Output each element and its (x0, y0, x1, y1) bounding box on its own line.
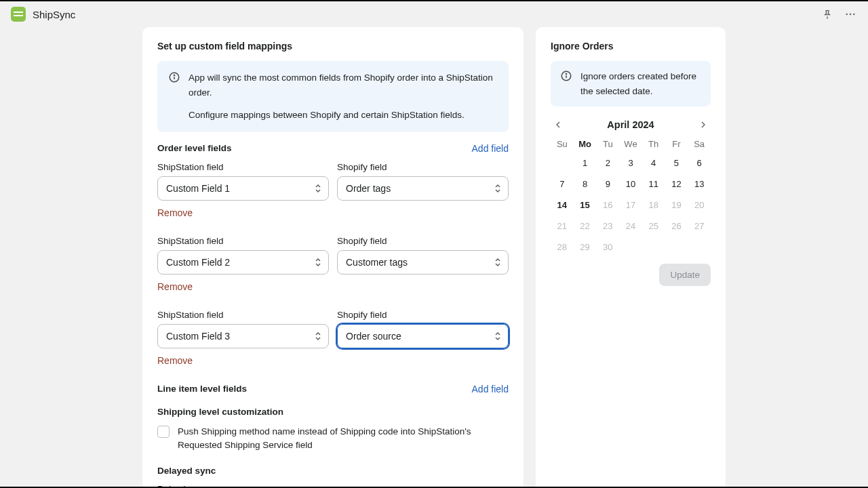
calendar-day[interactable]: 4 (642, 156, 665, 170)
select-value: Custom Field 1 (166, 183, 230, 194)
ignore-info-text: Ignore orders created before the selecte… (580, 69, 701, 98)
remove-button[interactable]: Remove (157, 207, 193, 218)
select-value: Customer tags (346, 257, 408, 268)
calendar-next-button[interactable] (696, 117, 711, 132)
shipstation-field-select[interactable]: Custom Field 1 (157, 176, 329, 201)
calendar-day[interactable]: 23 (596, 219, 619, 233)
calendar-day[interactable]: 27 (688, 219, 711, 233)
shipping-method-label: Push Shipping method name instead of Shi… (178, 425, 509, 453)
calendar-day[interactable]: 30 (596, 240, 619, 254)
pin-icon[interactable] (821, 7, 834, 21)
calendar-day[interactable]: 15 (574, 198, 597, 212)
select-value: Order tags (346, 183, 391, 194)
add-field-button[interactable]: Add field (472, 384, 509, 394)
shopify-field-label: Shopify field (337, 310, 509, 320)
order-level-title: Order level fields (157, 143, 232, 153)
calendar-day (619, 240, 642, 254)
app-name: ShipSync (33, 9, 75, 20)
calendar-day[interactable]: 24 (619, 219, 642, 233)
calendar-day[interactable]: 12 (665, 177, 688, 191)
svg-point-1 (850, 14, 851, 15)
info-text-1: App will sync the most common fields fro… (189, 70, 498, 100)
info-text-2: Configure mappings between Shopify and c… (189, 108, 498, 123)
remove-button[interactable]: Remove (157, 281, 193, 292)
chevron-updown-icon (315, 183, 321, 194)
calendar-dow: Mo (574, 139, 597, 149)
ignore-orders-panel: Ignore Orders Ignore orders created befo… (536, 27, 726, 488)
shipstation-field-label: ShipStation field (157, 310, 329, 320)
calendar-day[interactable]: 26 (665, 219, 688, 233)
shopify-field-label: Shopify field (337, 162, 509, 172)
mapping-row: ShipStation field Custom Field 3 Shopify… (157, 310, 509, 378)
calendar-day[interactable]: 14 (551, 198, 574, 212)
calendar-day[interactable]: 5 (665, 156, 688, 170)
calendar-dow: Tu (596, 139, 619, 149)
shopify-field-select[interactable]: Order source (337, 324, 509, 348)
chevron-updown-icon (315, 331, 321, 342)
select-value: Custom Field 3 (166, 331, 230, 342)
calendar-day[interactable]: 25 (642, 219, 665, 233)
shipstation-field-label: ShipStation field (157, 162, 329, 172)
svg-point-5 (174, 75, 174, 75)
calendar-dow: Su (551, 139, 574, 149)
calendar-day (688, 240, 711, 254)
calendar-day[interactable]: 22 (574, 219, 597, 233)
shipstation-field-select[interactable]: Custom Field 2 (157, 250, 329, 274)
calendar-day[interactable]: 21 (551, 219, 574, 233)
select-value: Order source (346, 331, 401, 342)
select-value: Custom Field 2 (166, 257, 230, 268)
info-callout: App will sync the most common fields fro… (157, 61, 509, 132)
calendar-dow: Sa (688, 139, 711, 149)
calendar-month-label: April 2024 (607, 119, 654, 130)
calendar-day[interactable]: 7 (551, 177, 574, 191)
info-icon (168, 71, 180, 83)
svg-point-8 (566, 73, 566, 74)
calendar-day (642, 240, 665, 254)
mapping-row: ShipStation field Custom Field 2 Shopify… (157, 236, 509, 304)
remove-button[interactable]: Remove (157, 355, 193, 366)
calendar-day[interactable]: 10 (619, 177, 642, 191)
shipping-customization-title: Shipping level customization (157, 407, 509, 417)
panel-title: Set up custom field mappings (157, 41, 509, 52)
calendar-dow: Fr (665, 139, 688, 149)
calendar-day[interactable]: 13 (688, 177, 711, 191)
calendar-day[interactable]: 20 (688, 198, 711, 212)
svg-point-2 (853, 14, 854, 15)
chevron-updown-icon (494, 183, 501, 194)
calendar-grid: SuMoTuWeThFrSa12345678910111213141516171… (551, 139, 711, 254)
shipstation-field-label: ShipStation field (157, 236, 329, 246)
calendar-day[interactable]: 16 (596, 198, 619, 212)
shipping-method-checkbox[interactable] (157, 426, 170, 438)
calendar-day[interactable]: 18 (642, 198, 665, 212)
app-icon (11, 7, 26, 22)
svg-point-0 (846, 14, 848, 15)
mapping-row: ShipStation field Custom Field 1 Shopify… (157, 162, 509, 230)
calendar-day[interactable]: 1 (574, 156, 597, 170)
calendar-day[interactable]: 17 (619, 198, 642, 212)
calendar-day[interactable]: 6 (688, 156, 711, 170)
calendar-day[interactable]: 9 (596, 177, 619, 191)
panel-title: Ignore Orders (551, 41, 711, 52)
calendar-day[interactable]: 3 (619, 156, 642, 170)
calendar-day[interactable]: 29 (574, 240, 597, 254)
delayed-sync-title: Delayed sync (157, 466, 509, 476)
calendar-day (551, 156, 574, 170)
calendar-day[interactable]: 11 (642, 177, 665, 191)
more-icon[interactable] (844, 7, 857, 21)
chevron-updown-icon (494, 257, 501, 268)
info-icon (560, 70, 572, 82)
calendar-day[interactable]: 28 (551, 240, 574, 254)
shopify-field-label: Shopify field (337, 236, 509, 246)
shipstation-field-select[interactable]: Custom Field 3 (157, 324, 329, 348)
shopify-field-select[interactable]: Order tags (337, 176, 509, 201)
calendar-day[interactable]: 2 (596, 156, 619, 170)
chevron-updown-icon (494, 331, 501, 342)
delay-by-label: Delay by (157, 484, 509, 488)
add-field-button[interactable]: Add field (472, 143, 509, 154)
calendar-prev-button[interactable] (551, 117, 566, 132)
calendar-day[interactable]: 19 (665, 198, 688, 212)
update-button[interactable]: Update (659, 264, 711, 286)
calendar-day[interactable]: 8 (574, 177, 597, 191)
calendar-dow: We (619, 139, 642, 149)
shopify-field-select[interactable]: Customer tags (337, 250, 509, 274)
